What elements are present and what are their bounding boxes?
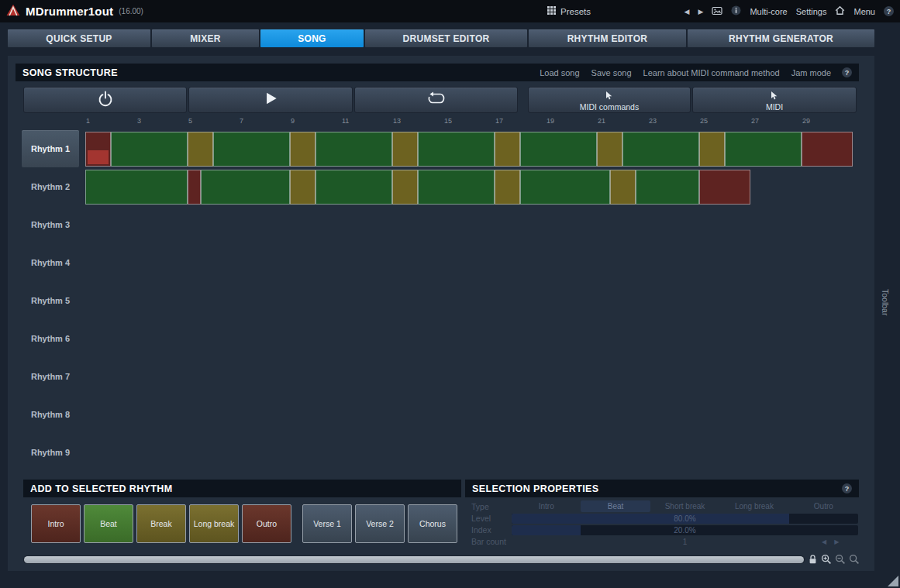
type-option-intro[interactable]: Intro: [512, 500, 581, 512]
add-break-button[interactable]: Break: [136, 504, 186, 543]
segment-beat[interactable]: [622, 132, 699, 167]
type-option-long-break[interactable]: Long break: [719, 500, 788, 512]
home-icon[interactable]: [835, 5, 845, 17]
multicore-button[interactable]: Multi-core: [750, 7, 787, 16]
resize-grip[interactable]: [888, 576, 898, 586]
rhythm-item-rhythm-8[interactable]: Rhythm 8: [22, 396, 79, 433]
segment-beat[interactable]: [316, 170, 392, 205]
link-save-song[interactable]: Save song: [591, 68, 632, 77]
add-verse-1-button[interactable]: Verse 1: [302, 504, 352, 543]
type-option-outro[interactable]: Outro: [789, 500, 858, 512]
segment-break[interactable]: [290, 132, 316, 167]
segment-outro[interactable]: [802, 132, 853, 167]
lock-icon[interactable]: [808, 554, 818, 565]
app-window: MDrummer1out (16.00) Presets ◀ ▶: [0, 0, 900, 588]
segment-beat[interactable]: [725, 132, 802, 167]
segment-break[interactable]: [495, 132, 520, 167]
play-button[interactable]: [188, 87, 353, 113]
index-value: 20.0%: [512, 525, 858, 535]
link-load-song[interactable]: Load song: [540, 68, 579, 77]
type-options: IntroBeatShort breakLong breakOutro: [512, 500, 858, 512]
segment-break[interactable]: [495, 170, 520, 205]
rhythm-item-rhythm-7[interactable]: Rhythm 7: [22, 358, 79, 395]
add-outro-button[interactable]: Outro: [242, 504, 291, 543]
loop-button[interactable]: [354, 87, 518, 113]
ruler-tick: 9: [291, 117, 295, 125]
rhythm-item-rhythm-5[interactable]: Rhythm 5: [22, 282, 79, 319]
segment-beat[interactable]: [85, 170, 188, 205]
add-buttons: IntroBeatBreakLong breakOutroVerse 1Vers…: [31, 504, 457, 543]
segment-beat[interactable]: [520, 132, 597, 167]
tab-drumset-editor[interactable]: DRUMSET EDITOR: [365, 29, 527, 47]
rhythm-item-rhythm-4[interactable]: Rhythm 4: [22, 244, 79, 281]
prev-preset-button[interactable]: ◀: [684, 8, 690, 15]
rhythm-item-rhythm-6[interactable]: Rhythm 6: [22, 320, 79, 357]
help-icon[interactable]: ?: [884, 6, 894, 16]
link-jam-mode[interactable]: Jam mode: [791, 68, 831, 77]
level-slider[interactable]: 80.0%: [512, 514, 858, 524]
horizontal-scrollbar[interactable]: [23, 555, 805, 564]
midi-commands-button[interactable]: MIDI commands: [528, 87, 691, 113]
ruler-tick: 7: [240, 117, 243, 125]
type-option-beat[interactable]: Beat: [581, 500, 650, 512]
presets-button[interactable]: Presets: [547, 0, 591, 22]
zoom-in-icon[interactable]: [821, 554, 832, 565]
type-option-short-break[interactable]: Short break: [650, 500, 719, 512]
bar-count-prev-button[interactable]: ◀: [822, 538, 826, 545]
toolbar-handle[interactable]: Toolbar: [878, 279, 892, 325]
add-beat-button[interactable]: Beat: [84, 504, 133, 543]
selection-properties-help-icon[interactable]: ?: [842, 483, 852, 493]
screenshot-icon[interactable]: [712, 6, 722, 17]
index-slider[interactable]: 20.0%: [512, 525, 858, 535]
segment-beat[interactable]: [636, 170, 700, 205]
tab-quick-setup[interactable]: QUICK SETUP: [8, 29, 150, 47]
song-structure-help-icon[interactable]: ?: [842, 67, 852, 77]
next-preset-button[interactable]: ▶: [698, 8, 704, 15]
segment-beat[interactable]: [316, 132, 392, 167]
tab-song[interactable]: SONG: [260, 29, 364, 47]
bar-count-next-button[interactable]: ▶: [834, 538, 839, 545]
segment-beat[interactable]: [213, 132, 290, 167]
segment-beat[interactable]: [418, 132, 495, 167]
add-long-break-button[interactable]: Long break: [189, 504, 239, 543]
tab-rhythm-editor[interactable]: RHYTHM EDITOR: [529, 29, 686, 47]
app-title: MDrummer1out: [26, 5, 113, 18]
ruler-tick: 3: [137, 117, 141, 125]
segment-beat[interactable]: [520, 170, 610, 205]
segment-break[interactable]: [610, 170, 636, 205]
menu-button[interactable]: Menu: [853, 7, 875, 16]
midi-button[interactable]: MIDI: [692, 87, 857, 113]
ruler-tick: 13: [393, 117, 401, 125]
segment-break[interactable]: [699, 132, 725, 167]
segment-beat[interactable]: [201, 170, 291, 205]
segment-break[interactable]: [597, 132, 622, 167]
segment-break[interactable]: [392, 170, 418, 205]
segment-intro[interactable]: [188, 170, 201, 205]
zoom-controls: [808, 554, 860, 565]
rhythm-item-rhythm-1[interactable]: Rhythm 1: [22, 130, 79, 167]
link-learn-about-midi-command-method[interactable]: Learn about MIDI command method: [643, 68, 780, 77]
ruler-tick: 1: [86, 117, 90, 125]
add-verse-2-button[interactable]: Verse 2: [355, 504, 405, 543]
rhythm-item-rhythm-2[interactable]: Rhythm 2: [22, 168, 79, 205]
tab-mixer[interactable]: MIXER: [152, 29, 259, 47]
zoom-out-icon[interactable]: [835, 554, 846, 565]
power-button[interactable]: [23, 87, 187, 113]
segment-break[interactable]: [392, 132, 418, 167]
settings-button[interactable]: Settings: [796, 7, 827, 16]
info-icon[interactable]: [731, 5, 741, 17]
add-chorus-button[interactable]: Chorus: [408, 504, 457, 543]
add-intro-button[interactable]: Intro: [31, 504, 81, 543]
tab-rhythm-generator[interactable]: RHYTHM GENERATOR: [688, 29, 874, 47]
segment-outro[interactable]: [699, 170, 750, 205]
segment-intro[interactable]: [85, 132, 111, 167]
segment-beat[interactable]: [111, 132, 188, 167]
segment-break[interactable]: [188, 132, 213, 167]
rhythm-item-rhythm-3[interactable]: Rhythm 3: [22, 206, 79, 243]
segment-beat[interactable]: [418, 170, 495, 205]
scrollbar-thumb[interactable]: [24, 556, 804, 563]
segment-break[interactable]: [290, 170, 316, 205]
rhythm-item-rhythm-9[interactable]: Rhythm 9: [22, 434, 79, 471]
bar-count-label: Bar count: [471, 537, 506, 546]
zoom-fit-icon[interactable]: [849, 554, 860, 565]
